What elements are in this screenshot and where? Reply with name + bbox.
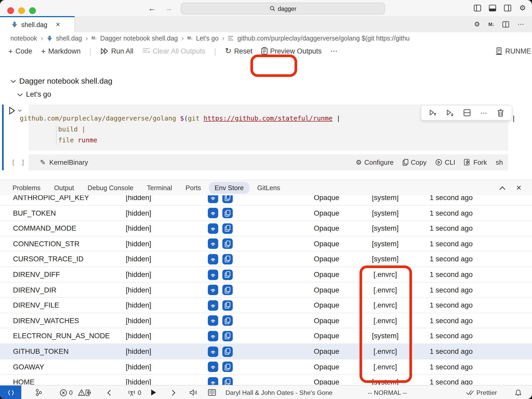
table-row[interactable]: GOAWAY[hidden]Opaque[.envrc]1 second ago: [0, 359, 532, 375]
breadcrumb-file[interactable]: shell.dag: [56, 35, 82, 42]
collapse-chevron-icon[interactable]: [17, 93, 23, 97]
table-row[interactable]: HOME[hidden]Opaque[system]1 second ago: [0, 375, 532, 385]
table-row[interactable]: ELECTRON_RUN_AS_NODE[hidden]Opaque[syste…: [0, 329, 532, 344]
table-row[interactable]: DIRENV_FILE[hidden]Opaque[.envrc]1 secon…: [0, 298, 532, 313]
add-markdown-cell-button[interactable]: + Markdown: [41, 46, 81, 55]
copy-value-button[interactable]: [222, 316, 233, 326]
navigate-back-item[interactable]: [107, 385, 111, 399]
run-all-button[interactable]: Run All: [100, 47, 134, 55]
delete-cell-icon[interactable]: [497, 109, 504, 117]
copy-value-button[interactable]: [222, 377, 233, 385]
prettier-status-item[interactable]: Prettier: [466, 385, 497, 399]
reveal-value-button[interactable]: [208, 331, 218, 341]
section-heading[interactable]: Let's go: [26, 90, 51, 98]
close-window-button[interactable]: [7, 7, 14, 14]
copy-value-button[interactable]: [222, 254, 233, 264]
play-status-item[interactable]: [151, 385, 156, 399]
clear-all-outputs-button[interactable]: Clear All Outputs: [142, 47, 205, 55]
run-below-icon[interactable]: [447, 109, 454, 117]
navigate-forward-item[interactable]: [171, 385, 176, 399]
table-row-selected[interactable]: GITHUB_TOKEN[hidden]Opaque[.envrc]1 seco…: [0, 344, 532, 359]
code-url-link[interactable]: https://github.com/stateful/runme: [203, 114, 332, 122]
copy-value-button[interactable]: [222, 346, 233, 357]
maximize-panel-chevron-icon[interactable]: [499, 186, 506, 190]
table-row[interactable]: CONNECTION_STR[hidden]Opaque[system]1 se…: [0, 236, 532, 252]
remote-indicator[interactable]: [0, 385, 21, 399]
zoom-window-button[interactable]: [29, 7, 36, 14]
reveal-value-button[interactable]: [208, 285, 218, 295]
notebook-settings-gear-icon[interactable]: ⚙: [474, 20, 480, 28]
reveal-value-button[interactable]: [208, 346, 218, 357]
reveal-value-button[interactable]: [208, 377, 218, 385]
toggle-primary-sidebar-icon[interactable]: [474, 4, 481, 11]
copy-value-button[interactable]: [222, 223, 233, 234]
copy-button[interactable]: Copy: [402, 158, 427, 166]
reading-mode-item[interactable]: [208, 385, 216, 399]
reveal-value-button[interactable]: [208, 300, 218, 311]
add-code-cell-button[interactable]: + Code: [8, 46, 32, 55]
split-editor-icon[interactable]: [502, 21, 509, 27]
code-line-1[interactable]: github.com/purpleclay/daggerverse/golang…: [20, 114, 340, 122]
run-options-chevron-icon[interactable]: [18, 109, 22, 112]
breadcrumb-notebook-title[interactable]: Dagger notebook shell.dag: [100, 35, 178, 42]
copy-value-button[interactable]: [222, 195, 233, 203]
table-row[interactable]: DIRENV_WATCHES[hidden]Opaque[.envrc]1 se…: [0, 313, 532, 329]
fork-button[interactable]: Fork: [464, 158, 487, 166]
panel-tab-ports[interactable]: Ports: [185, 184, 201, 192]
more-actions-icon[interactable]: ⋯: [517, 20, 525, 28]
table-row[interactable]: DIRENV_DIFF[hidden]Opaque[.envrc]1 secon…: [0, 267, 532, 282]
copy-value-button[interactable]: [222, 300, 233, 311]
reveal-value-button[interactable]: [208, 316, 218, 326]
vim-mode-indicator[interactable]: -- NORMAL --: [368, 385, 407, 399]
table-row[interactable]: CURSOR_TRACE_ID[hidden]Opaque[system]1 s…: [0, 252, 532, 267]
now-playing-item[interactable]: Daryl Hall & John Oates - She's Gone: [225, 385, 332, 399]
panel-tab-output[interactable]: Output: [54, 184, 74, 192]
source-control-graph-item[interactable]: [35, 385, 42, 399]
forward-arrow-icon[interactable]: →: [165, 3, 172, 14]
code-line-2[interactable]: build |: [58, 125, 85, 133]
reveal-value-button[interactable]: [208, 208, 218, 218]
cell-language-indicator[interactable]: sh: [496, 158, 503, 166]
reveal-value-button[interactable]: [208, 223, 218, 234]
breadcrumb-cell[interactable]: github.com/purpleclay/daggerverse/golang…: [237, 35, 410, 42]
reset-button[interactable]: ↻ Reset: [225, 46, 252, 56]
copy-value-button[interactable]: [222, 362, 233, 372]
code-line-3[interactable]: file runme: [58, 136, 97, 144]
command-center-search[interactable]: dagger: [181, 3, 385, 15]
preview-outputs-button[interactable]: Preview Outputs: [261, 47, 322, 55]
session-exit-item[interactable]: [85, 385, 92, 399]
settings-gear-icon[interactable]: ⚙: [519, 4, 526, 12]
breadcrumb-section[interactable]: Let's go: [196, 35, 219, 42]
table-row[interactable]: BUF_TOKEN[hidden]Opaque[system]1 second …: [0, 205, 532, 221]
copy-value-button[interactable]: [222, 331, 233, 341]
toggle-panel-icon[interactable]: [489, 4, 496, 11]
reveal-value-button[interactable]: [208, 195, 218, 203]
markdown-export-icon[interactable]: M↓: [488, 22, 494, 27]
audio-status-item[interactable]: [190, 385, 197, 399]
ports-status-item[interactable]: 0: [128, 385, 141, 399]
table-row[interactable]: ANTHROPIC_API_KEY[hidden]Opaque[system]1…: [0, 195, 532, 205]
cell-more-actions-icon[interactable]: ⋯: [480, 109, 488, 117]
breadcrumb-notebook[interactable]: notebook: [10, 35, 37, 42]
back-arrow-icon[interactable]: ←: [148, 3, 156, 14]
notebook-title-heading[interactable]: Dagger notebook shell.dag: [19, 76, 112, 85]
kernel-selector[interactable]: ✎ KernelBinary: [29, 158, 88, 166]
panel-tab-gitlens[interactable]: GitLens: [257, 184, 280, 192]
runme-button[interactable]: RUNME: [495, 47, 531, 55]
run-above-icon[interactable]: [429, 109, 437, 117]
collapse-chevron-icon[interactable]: [10, 79, 16, 83]
reveal-value-button[interactable]: [208, 269, 218, 280]
panel-tab-debug-console[interactable]: Debug Console: [88, 184, 133, 192]
tab-close-icon[interactable]: ✕: [56, 21, 60, 28]
copy-value-button[interactable]: [222, 269, 233, 280]
notifications-bell-icon[interactable]: [515, 385, 522, 399]
minimize-window-button[interactable]: [18, 7, 25, 14]
panel-tab-env-store[interactable]: Env Store: [209, 182, 249, 194]
table-row[interactable]: DIRENV_DIR[hidden]Opaque[.envrc]1 second…: [0, 282, 532, 298]
panel-tab-terminal[interactable]: Terminal: [147, 184, 172, 192]
tab-shell-dag[interactable]: shell.dag ✕: [0, 16, 75, 32]
run-cell-button[interactable]: [8, 107, 22, 115]
cli-button[interactable]: CLI: [435, 158, 455, 166]
close-panel-icon[interactable]: ✕: [516, 184, 522, 192]
toolbar-more-actions-icon[interactable]: ⋯: [330, 47, 338, 55]
